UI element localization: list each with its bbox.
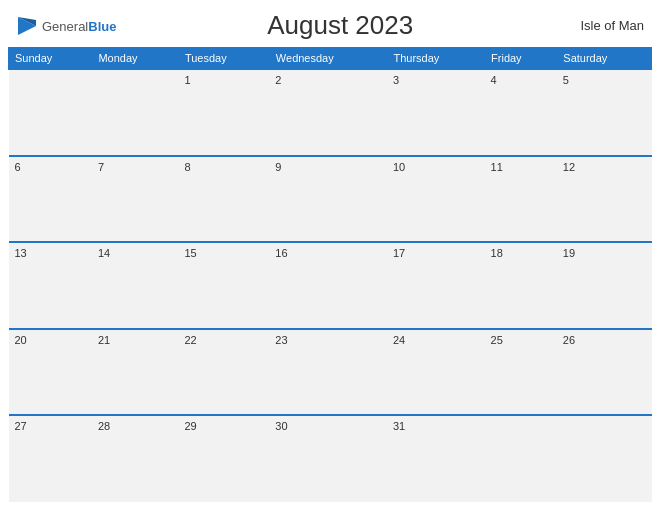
day-number: 22 [184, 334, 196, 346]
day-number: 28 [98, 420, 110, 432]
day-cell-1-5: 11 [485, 156, 557, 243]
day-number: 3 [393, 74, 399, 86]
calendar-page: GeneralBlue August 2023 Isle of Man Sund… [0, 0, 660, 510]
day-number: 30 [275, 420, 287, 432]
col-thursday: Thursday [387, 48, 485, 70]
col-saturday: Saturday [557, 48, 652, 70]
day-cell-4-1: 28 [92, 415, 178, 502]
day-number: 27 [15, 420, 27, 432]
day-cell-1-0: 6 [9, 156, 92, 243]
day-cell-2-4: 17 [387, 242, 485, 329]
day-number: 8 [184, 161, 190, 173]
day-cell-3-5: 25 [485, 329, 557, 416]
day-cell-1-2: 8 [178, 156, 269, 243]
day-cell-1-3: 9 [269, 156, 387, 243]
day-cell-1-1: 7 [92, 156, 178, 243]
day-cell-4-0: 27 [9, 415, 92, 502]
days-header-row: Sunday Monday Tuesday Wednesday Thursday… [9, 48, 652, 70]
day-number: 20 [15, 334, 27, 346]
week-row-3: 13141516171819 [9, 242, 652, 329]
day-cell-4-3: 30 [269, 415, 387, 502]
calendar-header: GeneralBlue August 2023 Isle of Man [0, 0, 660, 47]
day-number: 5 [563, 74, 569, 86]
day-number: 29 [184, 420, 196, 432]
day-number: 26 [563, 334, 575, 346]
day-number: 12 [563, 161, 575, 173]
day-cell-3-2: 22 [178, 329, 269, 416]
day-cell-3-0: 20 [9, 329, 92, 416]
day-cell-2-0: 13 [9, 242, 92, 329]
day-number: 21 [98, 334, 110, 346]
day-number: 17 [393, 247, 405, 259]
day-number: 19 [563, 247, 575, 259]
week-row-5: 2728293031 [9, 415, 652, 502]
day-cell-2-1: 14 [92, 242, 178, 329]
day-cell-3-1: 21 [92, 329, 178, 416]
calendar-wrap: Sunday Monday Tuesday Wednesday Thursday… [0, 47, 660, 510]
day-cell-2-3: 16 [269, 242, 387, 329]
calendar-table: Sunday Monday Tuesday Wednesday Thursday… [8, 47, 652, 502]
week-row-4: 20212223242526 [9, 329, 652, 416]
day-cell-2-5: 18 [485, 242, 557, 329]
week-row-1: 12345 [9, 69, 652, 156]
day-cell-4-2: 29 [178, 415, 269, 502]
day-number: 9 [275, 161, 281, 173]
day-cell-4-5 [485, 415, 557, 502]
logo-icon [16, 15, 38, 37]
day-cell-1-4: 10 [387, 156, 485, 243]
col-wednesday: Wednesday [269, 48, 387, 70]
day-number: 4 [491, 74, 497, 86]
day-cell-1-6: 12 [557, 156, 652, 243]
day-number: 7 [98, 161, 104, 173]
col-monday: Monday [92, 48, 178, 70]
day-number: 24 [393, 334, 405, 346]
day-cell-2-2: 15 [178, 242, 269, 329]
day-cell-0-4: 3 [387, 69, 485, 156]
week-row-2: 6789101112 [9, 156, 652, 243]
day-number: 14 [98, 247, 110, 259]
day-cell-4-4: 31 [387, 415, 485, 502]
day-number: 2 [275, 74, 281, 86]
day-number: 11 [491, 161, 503, 173]
day-number: 6 [15, 161, 21, 173]
calendar-title: August 2023 [116, 10, 564, 41]
day-number: 18 [491, 247, 503, 259]
day-cell-3-3: 23 [269, 329, 387, 416]
day-number: 1 [184, 74, 190, 86]
day-number: 25 [491, 334, 503, 346]
col-sunday: Sunday [9, 48, 92, 70]
day-number: 15 [184, 247, 196, 259]
calendar-location: Isle of Man [564, 18, 644, 33]
day-number: 16 [275, 247, 287, 259]
day-cell-0-6: 5 [557, 69, 652, 156]
day-cell-4-6 [557, 415, 652, 502]
day-number: 23 [275, 334, 287, 346]
logo: GeneralBlue [16, 15, 116, 37]
day-cell-0-5: 4 [485, 69, 557, 156]
day-cell-3-6: 26 [557, 329, 652, 416]
day-cell-0-0 [9, 69, 92, 156]
day-cell-0-1 [92, 69, 178, 156]
day-cell-0-2: 1 [178, 69, 269, 156]
day-cell-0-3: 2 [269, 69, 387, 156]
day-number: 31 [393, 420, 405, 432]
logo-general-text: GeneralBlue [42, 17, 116, 35]
col-friday: Friday [485, 48, 557, 70]
day-number: 13 [15, 247, 27, 259]
day-cell-3-4: 24 [387, 329, 485, 416]
day-cell-2-6: 19 [557, 242, 652, 329]
day-number: 10 [393, 161, 405, 173]
col-tuesday: Tuesday [178, 48, 269, 70]
